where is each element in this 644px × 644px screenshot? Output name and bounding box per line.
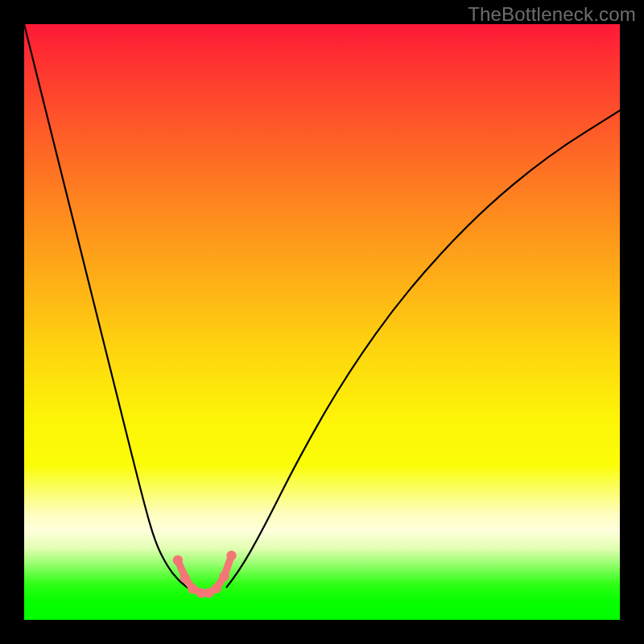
valley-marker [180, 573, 190, 583]
right-branch-curve [227, 110, 620, 587]
valley-marker [204, 588, 213, 598]
valley-marker [188, 584, 197, 593]
chart-frame: TheBottleneck.com [0, 0, 644, 644]
valley-marker [219, 572, 229, 581]
valley-markers [173, 551, 237, 598]
valley-marker [226, 551, 236, 560]
valley-u-curve [178, 555, 232, 593]
valley-marker [196, 588, 206, 598]
curve-layer [24, 24, 620, 620]
left-branch-curve [24, 24, 200, 593]
watermark-text: TheBottleneck.com [468, 3, 636, 26]
plot-area [24, 24, 620, 620]
valley-marker [212, 584, 221, 593]
valley-marker [173, 555, 183, 565]
